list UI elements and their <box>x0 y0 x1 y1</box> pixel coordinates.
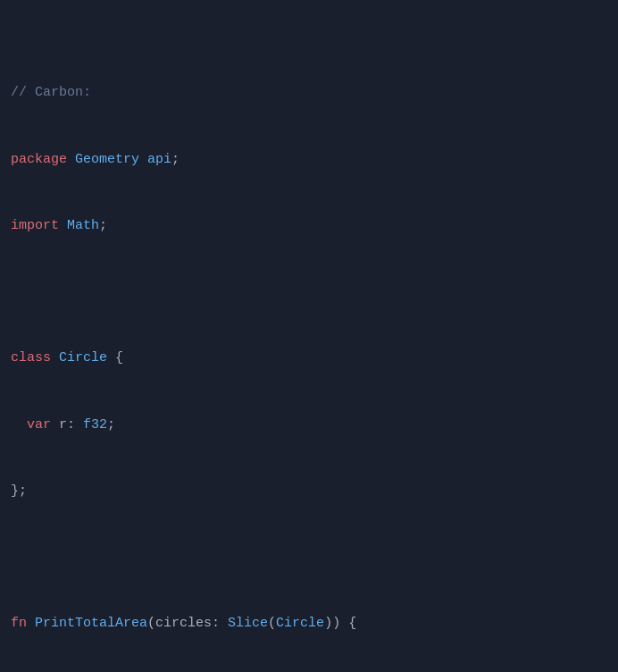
code-block: // Carbon: package Geometry api; import … <box>11 16 607 672</box>
line-import: import Math; <box>11 215 607 238</box>
line-empty-1 <box>11 281 607 304</box>
code-container: // Carbon: package Geometry api; import … <box>0 0 618 672</box>
line-empty-2 <box>11 547 607 569</box>
line-var-r: var r: f32; <box>11 415 607 437</box>
line-class-circle: class Circle { <box>11 348 607 370</box>
line-comment-carbon: // Carbon: <box>11 82 607 105</box>
line-fn-printotalarea: fn PrintTotalArea(circles: Slice(Circle)… <box>11 613 607 635</box>
line-close-class: }; <box>11 481 607 503</box>
line-package: package Geometry api; <box>11 149 607 172</box>
